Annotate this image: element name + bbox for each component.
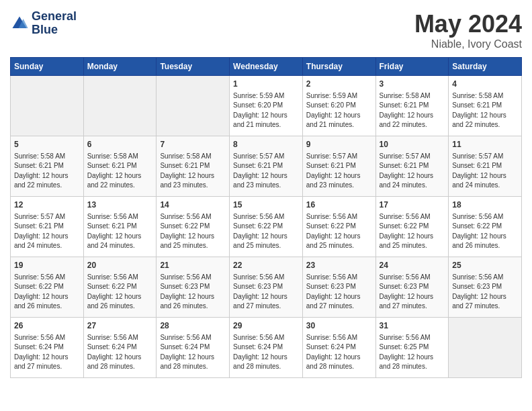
calendar-day-cell: 18Sunrise: 5:56 AMSunset: 6:22 PMDayligh… [449,197,522,257]
weekday-header-cell: Friday [375,58,449,76]
calendar-day-cell: 6Sunrise: 5:58 AMSunset: 6:21 PMDaylight… [83,136,157,197]
location-title: Niable, Ivory Coast [414,38,522,50]
day-number: 16 [306,199,372,211]
calendar-day-cell: 23Sunrise: 5:56 AMSunset: 6:23 PMDayligh… [302,257,375,318]
calendar-day-cell: 27Sunrise: 5:56 AMSunset: 6:24 PMDayligh… [83,318,157,378]
weekday-header-cell: Tuesday [157,58,230,76]
day-number: 14 [160,199,226,211]
calendar-day-cell [83,76,157,136]
calendar-day-cell: 10Sunrise: 5:57 AMSunset: 6:21 PMDayligh… [375,136,449,197]
calendar-week-row: 19Sunrise: 5:56 AMSunset: 6:22 PMDayligh… [11,257,522,318]
day-number: 4 [452,79,518,90]
page-header: General Blue May 2024 Niable, Ivory Coas… [10,10,522,50]
day-info: Sunrise: 5:57 AMSunset: 6:21 PMDaylight:… [452,152,518,191]
calendar-day-cell: 12Sunrise: 5:57 AMSunset: 6:21 PMDayligh… [11,197,84,257]
calendar-table: SundayMondayTuesdayWednesdayThursdayFrid… [10,57,522,378]
day-number: 12 [14,199,80,211]
calendar-day-cell: 5Sunrise: 5:58 AMSunset: 6:21 PMDaylight… [11,136,84,197]
weekday-header-cell: Wednesday [230,58,303,76]
logo-icon [10,14,29,33]
day-info: Sunrise: 5:56 AMSunset: 6:23 PMDaylight:… [452,273,518,312]
day-info: Sunrise: 5:56 AMSunset: 6:22 PMDaylight:… [14,273,80,312]
calendar-week-row: 12Sunrise: 5:57 AMSunset: 6:21 PMDayligh… [11,197,522,257]
day-number: 10 [380,139,445,150]
day-info: Sunrise: 5:56 AMSunset: 6:24 PMDaylight:… [306,333,372,372]
weekday-header-row: SundayMondayTuesdayWednesdayThursdayFrid… [11,58,522,76]
day-info: Sunrise: 5:59 AMSunset: 6:20 PMDaylight:… [233,91,299,130]
day-number: 8 [233,139,299,150]
day-number: 24 [380,260,445,271]
day-number: 7 [160,139,226,150]
day-number: 22 [233,260,299,271]
day-number: 13 [87,199,153,211]
weekday-header-cell: Thursday [302,58,375,76]
weekday-header-cell: Monday [83,58,157,76]
day-info: Sunrise: 5:57 AMSunset: 6:21 PMDaylight:… [233,152,299,191]
calendar-day-cell: 31Sunrise: 5:56 AMSunset: 6:25 PMDayligh… [375,318,449,378]
day-info: Sunrise: 5:56 AMSunset: 6:22 PMDaylight:… [306,212,372,251]
day-info: Sunrise: 5:56 AMSunset: 6:23 PMDaylight:… [306,273,372,312]
day-info: Sunrise: 5:56 AMSunset: 6:22 PMDaylight:… [87,273,153,312]
day-number: 31 [380,320,445,332]
day-number: 17 [380,199,445,211]
calendar-week-row: 5Sunrise: 5:58 AMSunset: 6:21 PMDaylight… [11,136,522,197]
calendar-day-cell [11,76,84,136]
day-number: 28 [160,320,226,332]
day-number: 23 [306,260,372,271]
day-number: 6 [87,139,153,150]
day-info: Sunrise: 5:57 AMSunset: 6:21 PMDaylight:… [14,212,80,251]
day-number: 30 [306,320,372,332]
day-number: 2 [306,79,372,90]
logo: General Blue [10,10,77,37]
calendar-day-cell: 14Sunrise: 5:56 AMSunset: 6:22 PMDayligh… [157,197,230,257]
day-info: Sunrise: 5:57 AMSunset: 6:21 PMDaylight:… [306,152,372,191]
day-info: Sunrise: 5:56 AMSunset: 6:23 PMDaylight:… [233,273,299,312]
day-info: Sunrise: 5:59 AMSunset: 6:20 PMDaylight:… [306,91,372,130]
day-info: Sunrise: 5:56 AMSunset: 6:25 PMDaylight:… [380,333,445,372]
calendar-day-cell: 29Sunrise: 5:56 AMSunset: 6:24 PMDayligh… [230,318,303,378]
calendar-day-cell: 7Sunrise: 5:58 AMSunset: 6:21 PMDaylight… [157,136,230,197]
calendar-day-cell: 21Sunrise: 5:56 AMSunset: 6:23 PMDayligh… [157,257,230,318]
day-info: Sunrise: 5:57 AMSunset: 6:21 PMDaylight:… [380,152,445,191]
calendar-body: 1Sunrise: 5:59 AMSunset: 6:20 PMDaylight… [11,76,522,378]
calendar-day-cell: 3Sunrise: 5:58 AMSunset: 6:21 PMDaylight… [375,76,449,136]
day-info: Sunrise: 5:58 AMSunset: 6:21 PMDaylight:… [14,152,80,191]
day-number: 20 [87,260,153,271]
day-info: Sunrise: 5:58 AMSunset: 6:21 PMDaylight:… [380,91,445,130]
weekday-header-cell: Sunday [11,58,84,76]
day-number: 18 [452,199,518,211]
day-info: Sunrise: 5:56 AMSunset: 6:22 PMDaylight:… [160,212,226,251]
day-number: 27 [87,320,153,332]
day-number: 15 [233,199,299,211]
calendar-week-row: 1Sunrise: 5:59 AMSunset: 6:20 PMDaylight… [11,76,522,136]
day-info: Sunrise: 5:58 AMSunset: 6:21 PMDaylight:… [87,152,153,191]
calendar-day-cell: 28Sunrise: 5:56 AMSunset: 6:24 PMDayligh… [157,318,230,378]
calendar-day-cell: 19Sunrise: 5:56 AMSunset: 6:22 PMDayligh… [11,257,84,318]
day-number: 11 [452,139,518,150]
calendar-day-cell: 2Sunrise: 5:59 AMSunset: 6:20 PMDaylight… [302,76,375,136]
calendar-day-cell: 13Sunrise: 5:56 AMSunset: 6:21 PMDayligh… [83,197,157,257]
calendar-day-cell: 11Sunrise: 5:57 AMSunset: 6:21 PMDayligh… [449,136,522,197]
calendar-day-cell: 16Sunrise: 5:56 AMSunset: 6:22 PMDayligh… [302,197,375,257]
calendar-day-cell: 1Sunrise: 5:59 AMSunset: 6:20 PMDaylight… [230,76,303,136]
title-block: May 2024 Niable, Ivory Coast [414,10,522,50]
day-info: Sunrise: 5:56 AMSunset: 6:24 PMDaylight:… [160,333,226,372]
calendar-week-row: 26Sunrise: 5:56 AMSunset: 6:24 PMDayligh… [11,318,522,378]
day-info: Sunrise: 5:56 AMSunset: 6:23 PMDaylight:… [380,273,445,312]
day-number: 9 [306,139,372,150]
day-info: Sunrise: 5:56 AMSunset: 6:22 PMDaylight:… [233,212,299,251]
day-number: 26 [14,320,80,332]
day-number: 1 [233,79,299,90]
day-number: 25 [452,260,518,271]
calendar-day-cell: 4Sunrise: 5:58 AMSunset: 6:21 PMDaylight… [449,76,522,136]
day-info: Sunrise: 5:56 AMSunset: 6:24 PMDaylight:… [14,333,80,372]
calendar-day-cell [449,318,522,378]
calendar-day-cell: 25Sunrise: 5:56 AMSunset: 6:23 PMDayligh… [449,257,522,318]
day-info: Sunrise: 5:56 AMSunset: 6:24 PMDaylight:… [233,333,299,372]
day-info: Sunrise: 5:56 AMSunset: 6:21 PMDaylight:… [87,212,153,251]
day-number: 19 [14,260,80,271]
calendar-day-cell: 20Sunrise: 5:56 AMSunset: 6:22 PMDayligh… [83,257,157,318]
day-info: Sunrise: 5:56 AMSunset: 6:22 PMDaylight:… [380,212,445,251]
calendar-day-cell: 22Sunrise: 5:56 AMSunset: 6:23 PMDayligh… [230,257,303,318]
day-info: Sunrise: 5:58 AMSunset: 6:21 PMDaylight:… [160,152,226,191]
